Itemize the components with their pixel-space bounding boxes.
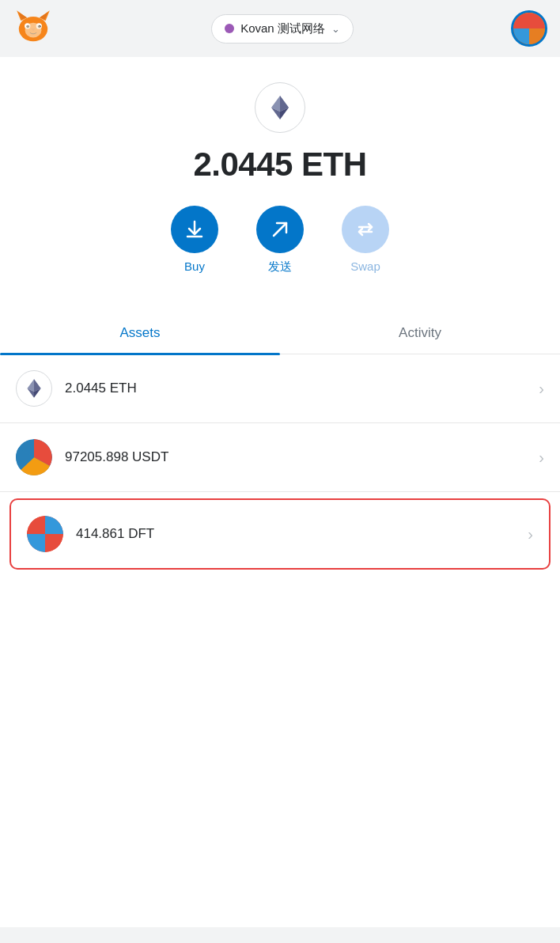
send-label: 发送 — [268, 259, 292, 275]
eth-diamond-icon — [266, 93, 294, 122]
main-content: 2.0445 ETH Buy — [0, 57, 560, 927]
asset-item-dft[interactable]: 414.861 DFT › — [9, 498, 551, 570]
swap-circle — [342, 206, 389, 253]
buy-label: Buy — [184, 259, 205, 273]
tab-assets[interactable]: Assets — [0, 312, 280, 354]
eth-asset-name: 2.0445 ETH — [65, 381, 539, 396]
network-dot — [225, 24, 234, 33]
send-circle — [256, 206, 304, 253]
asset-list: 2.0445 ETH › 97205.898 USDT › — [0, 354, 560, 570]
chevron-down-icon: ⌄ — [331, 23, 340, 35]
metamask-logo — [13, 6, 54, 51]
tabs: Assets Activity — [0, 312, 560, 354]
chevron-right-eth: › — [539, 380, 544, 398]
eth-asset-icon — [16, 370, 52, 407]
balance-amount: 2.0445 ETH — [193, 146, 366, 184]
usdt-asset-icon — [16, 439, 52, 475]
chevron-right-usdt: › — [539, 449, 544, 467]
header: Kovan 测试网络 ⌄ — [0, 0, 560, 57]
network-selector[interactable]: Kovan 测试网络 ⌄ — [211, 14, 354, 44]
tab-activity[interactable]: Activity — [280, 312, 560, 354]
dft-asset-icon — [27, 516, 63, 552]
network-name: Kovan 测试网络 — [240, 21, 325, 36]
usdt-asset-name: 97205.898 USDT — [65, 449, 539, 465]
asset-item-usdt[interactable]: 97205.898 USDT › — [0, 423, 560, 492]
buy-button[interactable]: Buy — [171, 206, 218, 273]
swap-button[interactable]: Swap — [342, 206, 389, 273]
svg-point-10 — [25, 23, 42, 38]
eth-icon — [23, 377, 45, 400]
balance-section: 2.0445 ETH Buy — [0, 57, 560, 306]
chevron-right-dft: › — [528, 525, 533, 543]
send-icon — [270, 219, 290, 240]
asset-item-eth[interactable]: 2.0445 ETH › — [0, 354, 560, 423]
dft-asset-name: 414.861 DFT — [76, 526, 528, 542]
buy-circle — [171, 206, 218, 253]
download-icon — [184, 219, 205, 240]
eth-logo-icon — [255, 82, 305, 133]
send-button[interactable]: 发送 — [256, 206, 304, 275]
swap-icon — [355, 219, 376, 240]
action-buttons: Buy 发送 — [171, 206, 389, 275]
swap-label: Swap — [350, 259, 380, 273]
account-avatar[interactable] — [511, 10, 547, 47]
avatar-inner — [513, 13, 545, 44]
